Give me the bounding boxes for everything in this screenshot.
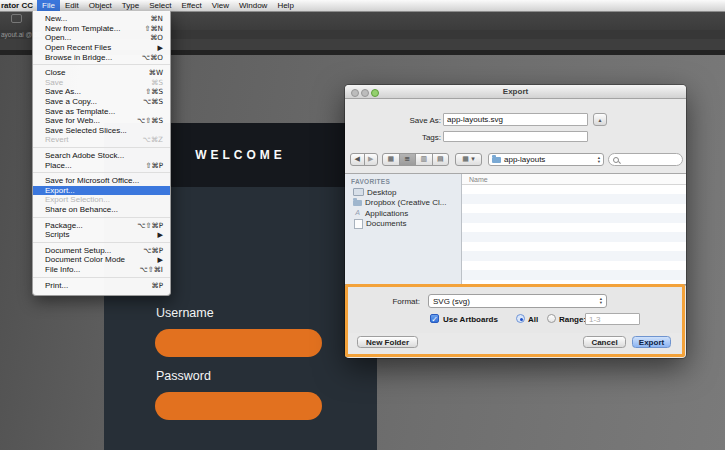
save-as-label: Save As: [345,116,441,125]
file-menu-item[interactable]: Place... ⇧⌘P [33,160,170,170]
username-label: Username [156,306,214,320]
file-menu-item[interactable]: Document Color Mode ▶ [33,255,170,265]
applications-icon: A [353,209,362,217]
menubar-item[interactable]: View [207,0,234,11]
file-menu-item[interactable]: Save Selected Slices... [33,126,170,136]
column-view-button[interactable]: ▥ [416,154,433,165]
file-menu-item[interactable]: Revert ⌥⌘Z [33,135,170,145]
folder-icon [492,157,501,163]
forward-button[interactable]: ▶ [365,154,378,165]
use-artboards-checkbox[interactable]: ✓ [430,314,439,323]
save-as-input[interactable] [443,113,588,126]
file-menu-item[interactable] [33,217,170,218]
file-menu-item[interactable]: Package... ⌥⇧⌘P [33,220,170,230]
welcome-title: WELCOME [195,148,286,162]
dialog-footer: New Folder Cancel Export [345,333,686,358]
file-browser: FAVORITES Desktop Dropbox (Creative Cl..… [345,173,686,285]
file-menu-item[interactable] [33,147,170,148]
coverflow-view-button[interactable]: ▤ [433,154,449,165]
search-input[interactable] [621,155,683,166]
file-menu-item[interactable]: Search Adobe Stock... [33,151,170,161]
menubar-item[interactable]: Type [117,0,144,11]
range-input[interactable] [585,313,640,325]
minimize-traffic-light[interactable] [361,89,369,97]
name-column-header[interactable]: Name [462,174,686,185]
app-menu-label[interactable]: rator CC [0,0,37,11]
menubar-item[interactable]: File [37,0,60,11]
zoom-traffic-light[interactable] [371,89,379,97]
file-menu-item[interactable]: File Info... ⌥⇧⌘I [33,265,170,275]
file-menu-item[interactable] [33,172,170,173]
file-menu-item[interactable]: Save As... ⇧⌘S [33,87,170,97]
favorites-sidebar: FAVORITES Desktop Dropbox (Creative Cl..… [345,174,462,284]
menubar-item[interactable]: Edit [60,0,84,11]
view-mode-buttons: ▦ ≡ ▥ ▤ [382,153,449,166]
sidebar-item-dropbox[interactable]: Dropbox (Creative Cl... [345,198,461,209]
file-menu-item[interactable]: Open... ⌘O [33,33,170,43]
file-menu-item[interactable]: Browse in Bridge... ⌥⌘O [33,52,170,62]
location-dropdown[interactable]: app-layouts ▴▾ [488,153,604,166]
file-menu-item[interactable]: Open Recent Files ▶ [33,43,170,53]
file-menu-item[interactable]: Print... ⌘P [33,280,170,290]
menubar-items: FileEditObjectTypeSelectEffectViewWindow… [37,0,299,11]
file-menu-item[interactable] [33,242,170,243]
menubar-item[interactable]: Select [144,0,176,11]
file-menu-item[interactable]: Share on Behance... [33,205,170,215]
menubar-item[interactable]: Effect [176,0,206,11]
disclosure-button[interactable]: ▲ [593,113,607,126]
app-bar-icon[interactable] [11,14,22,23]
format-value: SVG (svg) [433,297,470,306]
dialog-title: Export [345,85,686,99]
file-menu-item[interactable]: Save for Web... ⌥⇧⌘S [33,116,170,126]
dropbox-folder-icon [353,200,362,206]
file-menu-item[interactable]: Close ⌘W [33,68,170,78]
file-menu-item[interactable]: Document Setup... ⌥⌘P [33,245,170,255]
cancel-button[interactable]: Cancel [583,336,626,348]
icon-view-button[interactable]: ▦ [383,154,400,165]
range-radio[interactable] [547,314,556,323]
format-select[interactable]: SVG (svg) ▴▾ [428,294,607,308]
export-button[interactable]: Export [632,336,671,348]
file-menu-item[interactable]: Export Selection... [33,195,170,205]
tags-input[interactable] [443,131,588,142]
range-label: Range: [559,315,586,324]
sidebar-item-label: Documents [366,219,406,228]
menubar-item[interactable]: Help [272,0,298,11]
sidebar-item-documents[interactable]: Documents [345,219,461,230]
search-field[interactable] [608,153,683,166]
close-traffic-light[interactable] [351,89,359,97]
tags-label: Tags: [345,133,441,142]
action-menu-button[interactable]: ▦ ▾ [455,153,482,166]
search-icon [613,157,619,163]
file-menu-item[interactable]: New... ⌘N [33,14,170,24]
use-artboards-label: Use Artboards [443,315,498,324]
list-view-button[interactable]: ≡ [400,154,417,165]
sidebar-item-applications[interactable]: A Applications [345,208,461,219]
file-menu-item[interactable]: Save a Copy... ⌥⌘S [33,97,170,107]
sidebar-item-label: Applications [365,209,408,218]
file-menu-item[interactable]: Save for Microsoft Office... [33,176,170,186]
file-menu-item[interactable]: Scripts ▶ [33,230,170,240]
file-menu-item[interactable]: Save as Template... [33,106,170,116]
menubar-item[interactable]: Window [234,0,272,11]
format-select-arrows-icon: ▴▾ [600,297,602,304]
menubar-item[interactable]: Object [84,0,117,11]
documents-icon [354,219,363,229]
export-dialog: Export Save As: ▲ Tags: ◀ ▶ ▦ ≡ ▥ ▤ ▦ ▾ … [345,85,686,358]
file-menu-item[interactable]: Export... [33,186,170,196]
sidebar-item-desktop[interactable]: Desktop [345,187,461,198]
location-value: app-layouts [504,155,545,164]
file-menu: New... ⌘N New from Template... ⇧⌘N Open.… [32,11,171,296]
file-menu-item[interactable] [33,64,170,65]
dialog-titlebar[interactable]: Export [345,85,686,99]
desktop-icon [353,188,364,196]
file-menu-item[interactable] [33,277,170,278]
new-folder-button[interactable]: New Folder [357,336,418,348]
file-menu-item[interactable]: New from Template... ⇧⌘N [33,24,170,34]
file-list[interactable]: Name [462,174,686,284]
disclosure-arrow-icon: ▲ [598,117,603,123]
all-radio[interactable] [516,314,525,323]
nav-buttons: ◀ ▶ [350,153,378,166]
back-button[interactable]: ◀ [351,154,365,165]
file-menu-item[interactable]: Save ⌘S [33,78,170,88]
